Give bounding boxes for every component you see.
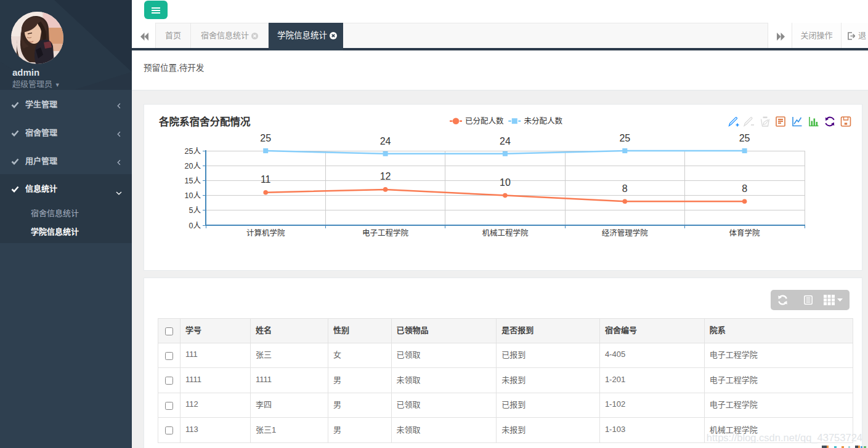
- svg-text:已分配人数: 已分配人数: [465, 116, 504, 126]
- svg-text:25: 25: [739, 133, 750, 143]
- svg-text:8: 8: [742, 183, 747, 194]
- svg-text:机械工程学院: 机械工程学院: [482, 228, 529, 238]
- svg-text:25人: 25人: [185, 147, 201, 156]
- svg-text:0人: 0人: [189, 222, 201, 230]
- svg-text:11: 11: [261, 174, 271, 185]
- svg-text:体育学院: 体育学院: [729, 228, 761, 238]
- svg-text:计算机学院: 计算机学院: [246, 228, 285, 238]
- svg-text:电子工程学院: 电子工程学院: [362, 228, 409, 238]
- svg-text:20人: 20人: [185, 162, 201, 170]
- svg-text:24: 24: [500, 136, 511, 146]
- svg-text:经济管理学院: 经济管理学院: [602, 228, 649, 238]
- svg-text:未分配人数: 未分配人数: [524, 116, 563, 126]
- svg-text:10人: 10人: [185, 191, 201, 200]
- svg-text:24: 24: [380, 136, 391, 146]
- svg-text:25: 25: [619, 133, 630, 143]
- svg-text:8: 8: [622, 183, 628, 194]
- svg-text:5人: 5人: [189, 206, 201, 215]
- svg-text:10: 10: [500, 177, 511, 188]
- svg-text:15人: 15人: [185, 177, 201, 185]
- svg-text:25: 25: [260, 133, 271, 143]
- svg-text:12: 12: [380, 171, 391, 182]
